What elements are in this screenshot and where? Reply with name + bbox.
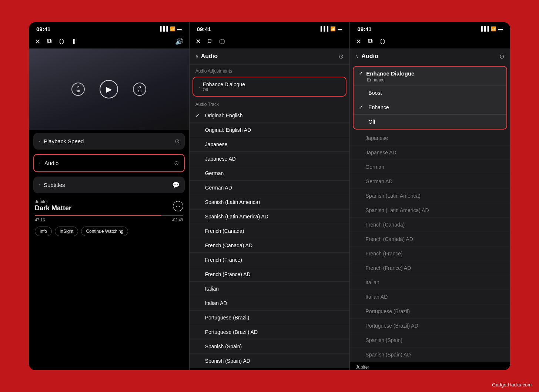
dim-german-label-3: German: [365, 164, 504, 170]
progress-times-1: 47:16 -02:49: [35, 218, 183, 222]
track-english-2[interactable]: ✓ Original: English: [190, 108, 350, 123]
dim-track-french-fr-3[interactable]: French (France): [350, 247, 510, 261]
track-german-label-2: German: [205, 170, 344, 176]
track-spanish-la-ad-2[interactable]: Spanish (Latin America) AD: [190, 210, 350, 224]
enhance-dialogue-item-2[interactable]: › Enhance Dialogue Off: [193, 77, 346, 96]
track-german-ad-label-2: German AD: [205, 185, 344, 191]
dim-track-french-fr-ad-3[interactable]: French (France) AD: [350, 261, 510, 275]
dim-track-german-3[interactable]: German: [350, 160, 510, 174]
bottom-area-2: ∨ Audio ⊙ Audio Adjustments › Enhance Di…: [190, 48, 350, 370]
dim-japanese-label-3: Japanese: [365, 135, 504, 141]
menu-audio-icon: ⊙: [174, 160, 179, 167]
dim-track-spanish-la-ad-3[interactable]: Spanish (Latin America) AD: [350, 203, 510, 218]
dim-track-french-ca-3[interactable]: French (Canada): [350, 218, 510, 232]
track-japanese-ad-label-2: Japanese AD: [205, 156, 344, 162]
wifi-icon-2: 📶: [330, 26, 336, 31]
enhance-panel-3: ∨ Audio ⊙ ✓ Enhance Dialogue Enhance: [350, 48, 510, 362]
dim-track-spanish-es-3[interactable]: Spanish (Spain): [350, 333, 510, 348]
track-italian-ad-2[interactable]: Italian AD: [190, 296, 350, 311]
dim-track-japanese-3[interactable]: Japanese: [350, 131, 510, 145]
pip-icon-1[interactable]: ⧉: [47, 37, 52, 45]
battery-icon-1: ▬: [177, 26, 182, 31]
time-2: 09:41: [197, 26, 211, 32]
toolbar-3: ✕ ⧉ ⬡: [350, 34, 510, 48]
dim-track-portuguese-3[interactable]: Portuguese (Brazil): [350, 304, 510, 319]
track-german-ad-2[interactable]: German AD: [190, 181, 350, 195]
enhance-option-boost-3[interactable]: Boost: [354, 86, 506, 100]
menu-item-audio-1[interactable]: › Audio ⊙: [34, 155, 184, 171]
dim-french-fr-ad-label-3: French (France) AD: [365, 265, 504, 271]
airplay-icon-3[interactable]: ⬡: [379, 37, 385, 46]
phones-row: 09:41 ▐▐▐ 📶 ▬ ✕ ⧉ ⬡ ⬆ 🔊: [29, 22, 510, 370]
track-portuguese-ad-2[interactable]: Portuguese (Brazil) AD: [190, 325, 350, 339]
dim-track-portuguese-ad-3[interactable]: Portuguese (Brazil) AD: [350, 319, 510, 333]
audio-chevron-icon-2: ∨: [195, 54, 199, 59]
enhance-option-off-3[interactable]: Off: [354, 114, 506, 129]
dim-track-italian-3[interactable]: Italian: [350, 275, 510, 290]
track-french-ca-2[interactable]: French (Canada): [190, 224, 350, 238]
wifi-icon-1: 📶: [170, 26, 175, 31]
dim-spanish-la-label-3: Spanish (Latin America): [365, 193, 504, 199]
track-spanish-la-2[interactable]: Spanish (Latin America): [190, 195, 350, 210]
signal-icon-3: ▐▐▐: [480, 26, 489, 31]
enhance-header-settings-icon-3[interactable]: ⊙: [499, 53, 504, 60]
track-french-fr-ad-2[interactable]: French (France) AD: [190, 267, 350, 282]
enhance-option-enhance-3[interactable]: ✓ Enhance: [354, 100, 506, 114]
play-btn-1[interactable]: ▶: [100, 80, 118, 98]
bottom-area-1: › Playback Speed ⊙ › Audio ⊙ ›: [29, 130, 189, 370]
dim-track-japanese-ad-3[interactable]: Japanese AD: [350, 145, 510, 160]
dim-track-french-ca-ad-3[interactable]: French (Canada) AD: [350, 232, 510, 247]
continue-btn-1[interactable]: Continue Watching: [81, 227, 128, 236]
info-btn-1[interactable]: Info: [35, 227, 52, 236]
pip-icon-3[interactable]: ⧉: [368, 37, 373, 45]
toolbar-1: ✕ ⧉ ⬡ ⬆ 🔊: [29, 34, 189, 48]
enhance-audio-title-3: Audio: [361, 53, 499, 60]
track-portuguese-2[interactable]: Portuguese (Brazil): [190, 311, 350, 325]
dim-track-german-ad-3[interactable]: German AD: [350, 174, 510, 189]
track-spanish-es-ad-2[interactable]: Spanish (Spain) AD: [190, 354, 350, 368]
enhance-header-3: ∨ Audio ⊙: [350, 48, 510, 64]
track-japanese-ad-2[interactable]: Japanese AD: [190, 152, 350, 166]
progress-area-1: 47:16 -02:49: [29, 214, 189, 224]
dim-track-spanish-la-3[interactable]: Spanish (Latin America): [350, 189, 510, 203]
close-icon-2[interactable]: ✕: [195, 37, 201, 46]
menu-subtitles-label: Subtitles: [44, 182, 172, 188]
dim-track-spanish-es-ad-3[interactable]: Spanish (Spain) AD: [350, 348, 510, 362]
track-french-ca-ad-2[interactable]: French (Canada) AD: [190, 238, 350, 253]
chevron-subtitles-icon: ›: [38, 182, 40, 187]
insight-btn-1[interactable]: InSight: [55, 227, 78, 236]
audio-track-label-2: Audio Track: [190, 98, 350, 108]
enhance-dialogue-title-3: Enhance Dialogue: [366, 70, 414, 77]
more-btn-1[interactable]: ···: [173, 201, 183, 211]
close-icon-3[interactable]: ✕: [356, 37, 361, 46]
enhance-check-icon-3: ✓: [359, 70, 363, 76]
menu-item-playback-speed-1[interactable]: › Playback Speed ⊙: [33, 133, 185, 150]
track-french-fr-2[interactable]: French (France): [190, 253, 350, 267]
rewind-btn-1[interactable]: ↺ 10: [71, 83, 85, 96]
audio-header-settings-icon-2[interactable]: ⊙: [339, 53, 344, 60]
title-area-2: Jupiter Dark Matter: [190, 368, 350, 370]
pip-icon-2[interactable]: ⧉: [208, 37, 212, 45]
menu-playback-label: Playback Speed: [44, 138, 175, 144]
airplay-icon-2[interactable]: ⬡: [219, 37, 225, 46]
menu-item-subtitles-1[interactable]: › Subtitles 💬: [33, 177, 185, 193]
track-spanish-es-2[interactable]: Spanish (Spain): [190, 339, 350, 354]
track-english-ad-2[interactable]: Original: English AD: [190, 123, 350, 137]
track-japanese-2[interactable]: Japanese: [190, 137, 350, 152]
dim-track-italian-ad-3[interactable]: Italian AD: [350, 290, 510, 304]
enhance-dialogue-value-2: Off: [203, 87, 340, 92]
forward-btn-1[interactable]: ↻ 10: [133, 83, 146, 96]
close-icon-1[interactable]: ✕: [35, 37, 40, 46]
track-spanish-es-ad-label-2: Spanish (Spain) AD: [205, 358, 344, 364]
volume-icon-1[interactable]: 🔊: [175, 37, 183, 46]
video-overlay-1: ↺ 10 ▶ ↻ 10: [29, 48, 189, 130]
signal-icon-1: ▐▐▐: [158, 26, 168, 31]
progress-track-1[interactable]: [35, 215, 183, 216]
toolbar-2: ✕ ⧉ ⬡: [190, 34, 350, 48]
share-icon-1[interactable]: ⬆: [71, 37, 77, 46]
airplay-icon-1[interactable]: ⬡: [58, 37, 64, 46]
dim-spanish-es-ad-label-3: Spanish (Spain) AD: [365, 352, 504, 358]
track-italian-2[interactable]: Italian: [190, 282, 350, 296]
action-buttons-1: Info InSight Continue Watching: [29, 224, 189, 240]
track-german-2[interactable]: German: [190, 166, 350, 181]
